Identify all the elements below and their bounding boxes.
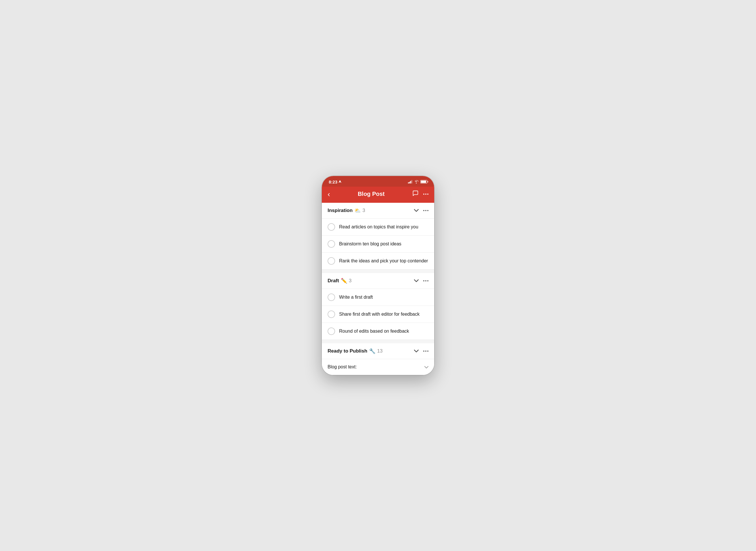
task-text: Share first draft with editor for feedba…	[339, 311, 419, 318]
location-arrow-icon	[339, 180, 341, 183]
task-checkbox[interactable]	[328, 294, 335, 301]
blog-post-text-item[interactable]: Blog post text:	[322, 359, 434, 375]
draft-collapse-button[interactable]	[414, 278, 419, 284]
comment-icon[interactable]	[412, 190, 419, 198]
publish-section-header: Ready to Publish 🔧 13	[322, 343, 434, 359]
task-text: Round of edits based on feedback	[339, 328, 409, 335]
status-time: 8:23	[329, 179, 341, 184]
nav-actions	[412, 190, 428, 198]
draft-actions	[414, 278, 428, 284]
signal-icon	[408, 180, 412, 183]
inspiration-emoji: ⛅	[354, 207, 361, 214]
publish-actions	[414, 349, 428, 354]
draft-section-header: Draft ✏️ 3	[322, 273, 434, 289]
task-checkbox[interactable]	[328, 223, 335, 231]
blog-post-text-left: Blog post text:	[328, 364, 357, 370]
time-display: 8:23	[329, 179, 337, 184]
task-text: Rank the ideas and pick your top contend…	[339, 258, 428, 264]
task-text: Read articles on topics that inspire you	[339, 224, 418, 230]
section-divider	[322, 340, 434, 343]
publish-collapse-button[interactable]	[414, 349, 419, 354]
status-icons	[408, 180, 427, 183]
draft-title: Draft	[328, 278, 339, 284]
draft-more-button[interactable]	[423, 280, 428, 282]
content-area: Inspiration ⛅ 3 Read articles on topics …	[322, 203, 434, 375]
back-button[interactable]: ‹	[328, 190, 330, 198]
task-item: Read articles on topics that inspire you	[322, 218, 434, 235]
wifi-icon	[414, 180, 419, 183]
inspiration-collapse-button[interactable]	[414, 208, 419, 213]
task-item: Rank the ideas and pick your top contend…	[322, 252, 434, 269]
inspiration-count: 3	[362, 208, 365, 213]
task-item: Share first draft with editor for feedba…	[322, 306, 434, 323]
section-divider	[322, 269, 434, 273]
publish-count: 13	[377, 348, 383, 354]
task-checkbox[interactable]	[328, 257, 335, 265]
inspiration-title-group: Inspiration ⛅ 3	[328, 207, 365, 214]
task-item: Round of edits based on feedback	[322, 323, 434, 340]
inspiration-title: Inspiration	[328, 208, 353, 213]
inspiration-actions	[414, 208, 428, 213]
task-item: Brainstorm ten blog post ideas	[322, 235, 434, 252]
more-options-button[interactable]	[423, 193, 428, 195]
publish-title: Ready to Publish	[328, 348, 367, 354]
task-checkbox[interactable]	[328, 328, 335, 335]
draft-count: 3	[349, 278, 352, 284]
page-title: Blog Post	[330, 191, 412, 197]
nav-bar: ‹ Blog Post	[322, 187, 434, 203]
draft-emoji: ✏️	[341, 278, 347, 284]
blog-post-text-label: Blog post text:	[328, 364, 357, 370]
task-item: Write a first draft	[322, 289, 434, 306]
publish-title-group: Ready to Publish 🔧 13	[328, 348, 383, 354]
blog-post-text-expand-icon[interactable]	[424, 365, 428, 369]
phone-frame: 8:23 ‹ Blog Post	[322, 176, 434, 375]
publish-more-button[interactable]	[423, 351, 428, 352]
inspiration-section-header: Inspiration ⛅ 3	[322, 203, 434, 218]
publish-emoji: 🔧	[369, 348, 375, 354]
battery-icon	[420, 180, 427, 183]
inspiration-more-button[interactable]	[423, 210, 428, 211]
draft-title-group: Draft ✏️ 3	[328, 278, 352, 284]
task-checkbox[interactable]	[328, 311, 335, 318]
task-text: Brainstorm ten blog post ideas	[339, 241, 401, 247]
task-checkbox[interactable]	[328, 240, 335, 248]
status-bar: 8:23	[322, 176, 434, 187]
task-text: Write a first draft	[339, 294, 373, 301]
